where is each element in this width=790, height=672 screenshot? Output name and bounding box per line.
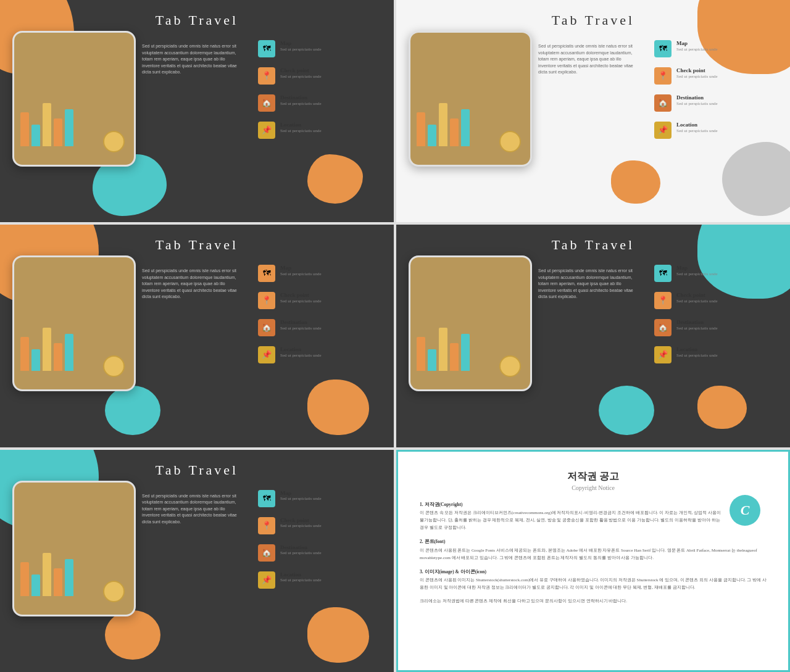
- item-label: Destination: [676, 319, 778, 326]
- section-body: 이 콘텐츠에 사용된 이미지는 Shutterstock(shutterstoc…: [420, 577, 767, 592]
- checkpoint-icon: 📍: [654, 67, 672, 85]
- item-label: Destination: [676, 94, 778, 101]
- list-item: 🗺 Map Sed ut perspiciatis unde: [258, 40, 381, 57]
- desc-text-1: Sed ut perspiciatis unde omnis iste natu…: [142, 43, 241, 76]
- desc-text-4: Sed ut perspiciatis unde omnis iste natu…: [538, 268, 637, 301]
- bar: [417, 337, 425, 371]
- destination-icon: 🏠: [258, 94, 275, 112]
- slide-1: Tab Travel Sed ut perspiciatis unde omni…: [0, 0, 394, 222]
- checkpoint-icon: 📍: [258, 292, 275, 309]
- location-icon: 📌: [258, 571, 275, 589]
- checkpoint-icon: 📍: [654, 292, 672, 309]
- item-text: Destination Sed ut perspiciatis unde: [280, 319, 381, 331]
- list-item: 🏠 Destination Sed ut perspiciatis unde: [258, 544, 381, 562]
- map-icon: 🗺: [258, 40, 275, 57]
- list-item: 🗺 Map Sed ut perspiciatis unde: [654, 265, 778, 282]
- bar: [461, 109, 470, 146]
- slide-title-3: Tab Travel: [0, 237, 394, 253]
- list-item: 🗺 Map Sed ut perspiciatis unde: [258, 265, 381, 282]
- slide-title-5: Tab Travel: [0, 462, 394, 478]
- item-label: Check point: [280, 67, 381, 74]
- item-sub: Sed ut perspiciatis unde: [280, 128, 381, 134]
- item-label: Location: [676, 346, 778, 353]
- copyright-section-3: 3. 이미지(image) & 아이콘(icon) 이 콘텐츠에 사용된 이미지…: [420, 568, 767, 592]
- item-sub: Sed ut perspiciatis unde: [676, 101, 778, 107]
- slide-4: Tab Travel Sed ut perspiciatis unde omni…: [396, 225, 790, 447]
- icon-list-1: 🗺 Map Sed ut perspiciatis unde 📍 Check p…: [258, 40, 381, 149]
- list-item: 📍 Check point Sed ut perspiciatis unde: [258, 67, 381, 85]
- item-text: Destination Sed ut perspiciatis unde: [676, 94, 778, 107]
- blob-orange2-5: [307, 607, 369, 663]
- list-item: 🗺 Map Sed ut perspiciatis unde: [258, 490, 381, 507]
- item-text: Map Sed ut perspiciatis unde: [280, 490, 381, 502]
- checkpoint-icon: 📍: [258, 517, 275, 534]
- tablet-3: [12, 255, 142, 397]
- list-item: 📌 Location Sed ut perspiciatis unde: [654, 346, 778, 363]
- item-text: Location Sed ut perspiciatis unde: [280, 122, 381, 134]
- list-item: 📌 Location Sed ut perspiciatis unde: [258, 346, 381, 363]
- desc-text-2: Sed ut perspiciatis unde omnis iste natu…: [538, 43, 637, 76]
- desc-text-3: Sed ut perspiciatis unde omnis iste natu…: [142, 268, 241, 301]
- location-icon: 📌: [258, 122, 275, 139]
- item-text: Check point Sed ut perspiciatis unde: [280, 292, 381, 304]
- item-label: Map: [280, 490, 381, 497]
- slide-2: Tab Travel Sed ut perspiciatis unde omni…: [396, 0, 790, 222]
- bar: [54, 568, 62, 596]
- bar: [417, 112, 425, 146]
- copyright-section-1: 1. 저작권(Copyright) 이 콘텐츠 속 모든 저작권은 크리에이티브…: [420, 501, 767, 532]
- desc-text-5: Sed ut perspiciatis unde omnis iste natu…: [142, 493, 241, 526]
- bar: [65, 109, 73, 146]
- section-title: 1. 저작권(Copyright): [420, 501, 767, 509]
- item-sub: Sed ut perspiciatis unde: [280, 74, 381, 80]
- chart-1: [20, 97, 73, 146]
- slide-title-4: Tab Travel: [396, 237, 790, 253]
- section-body: 이 콘텐츠에 사용된 폰트는 Google Fonts 서비스에 제공되는 폰트…: [420, 547, 767, 562]
- destination-icon: 🏠: [654, 94, 672, 112]
- item-text: Location Sed ut perspiciatis unde: [676, 122, 778, 134]
- bar: [20, 337, 29, 371]
- item-sub: Sed ut perspiciatis unde: [280, 550, 381, 556]
- bar: [461, 334, 470, 371]
- item-label: Location: [280, 346, 381, 353]
- slide-3: Tab Travel Sed ut perspiciatis unde omni…: [0, 225, 394, 447]
- tablet-4: [409, 255, 538, 397]
- item-label: Map: [280, 40, 381, 47]
- item-label: Location: [676, 122, 778, 128]
- blob-orange2-2: [611, 160, 660, 204]
- item-sub: Sed ut perspiciatis unde: [676, 326, 778, 331]
- bar: [31, 349, 40, 371]
- item-label: Map: [280, 265, 381, 272]
- item-sub: Sed ut perspiciatis unde: [676, 353, 778, 359]
- item-text: Map Sed ut perspiciatis unde: [676, 265, 778, 277]
- bar: [31, 125, 40, 146]
- item-sub: Sed ut perspiciatis unde: [676, 74, 778, 80]
- item-label: Check point: [280, 292, 381, 299]
- section-title: 3. 이미지(image) & 아이콘(icon): [420, 568, 767, 576]
- bar: [439, 328, 447, 371]
- bar: [54, 343, 62, 371]
- list-item: 🗺 Map Sed ut perspiciatis unde: [654, 40, 778, 57]
- item-text: Check point Sed ut perspiciatis unde: [676, 292, 778, 304]
- item-sub: Sed ut perspiciatis unde: [676, 299, 778, 304]
- bar: [65, 334, 73, 371]
- item-label: Destination: [280, 94, 381, 101]
- bar: [428, 349, 436, 371]
- list-item: 📌 Location Sed ut perspiciatis unde: [654, 122, 778, 139]
- item-label: Destination: [280, 544, 381, 551]
- destination-icon: 🏠: [654, 319, 672, 336]
- copyright-logo: C: [730, 495, 760, 526]
- copyright-body: C 1. 저작권(Copyright) 이 콘텐츠 속 모든 저작권은 크리에이…: [420, 501, 767, 612]
- chart-5: [20, 547, 73, 596]
- coffee-cup-1: [103, 131, 125, 152]
- item-sub: Sed ut perspiciatis unde: [280, 299, 381, 304]
- coffee-cup-5: [103, 581, 125, 602]
- item-sub: Sed ut perspiciatis unde: [676, 128, 778, 134]
- blob-orange-4: [697, 386, 747, 429]
- item-sub: Sed ut perspiciatis unde: [280, 578, 381, 583]
- location-icon: 📌: [258, 346, 275, 363]
- bar: [43, 328, 51, 371]
- item-sub: Sed ut perspiciatis unde: [280, 523, 381, 529]
- blob-teal2-4: [599, 386, 654, 435]
- slide-title-2: Tab Travel: [396, 12, 790, 28]
- list-item: 🏠 Destination Sed ut perspiciatis unde: [258, 94, 381, 112]
